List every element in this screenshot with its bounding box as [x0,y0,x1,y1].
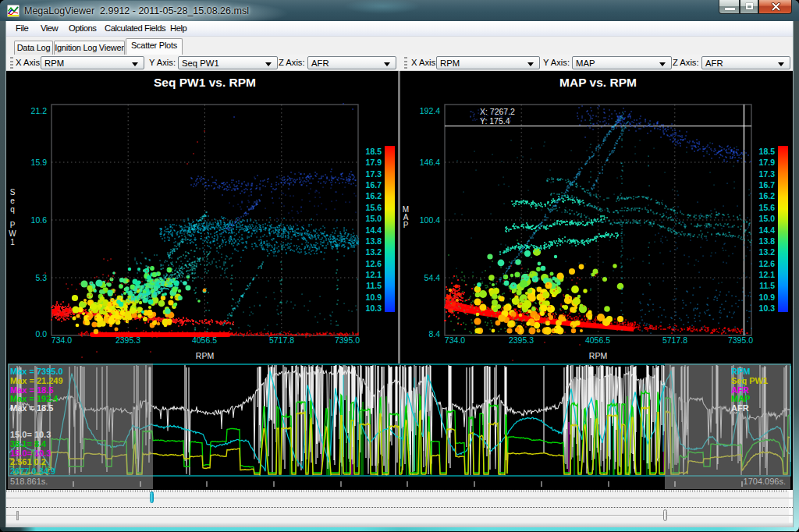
svg-text:Seq PW1: Seq PW1 [731,376,768,385]
svg-text:Y: 175.4: Y: 175.4 [480,116,510,126]
svg-text:13.2: 13.2 [366,247,382,257]
svg-text:15.0= 10.3: 15.0= 10.3 [10,430,51,439]
svg-text:11.5: 11.5 [759,281,775,290]
svg-text:Max = 18.5: Max = 18.5 [10,403,53,413]
svg-text:12.1: 12.1 [366,270,382,279]
svg-text:15.0: 15.0 [366,214,382,223]
svg-text:MAP: MAP [731,394,750,403]
svg-text:100.4: 100.4 [420,215,440,225]
svg-text:16.2: 16.2 [759,191,776,200]
svg-text:17.3: 17.3 [759,169,776,179]
svg-text:S: S [10,188,16,197]
svg-text:7395.0: 7395.0 [335,335,360,345]
svg-text:10.6: 10.6 [31,215,48,225]
svg-text:10.9: 10.9 [759,293,776,302]
svg-text:54.4: 54.4 [424,273,441,282]
svg-text:P: P [403,221,409,229]
svg-text:17.9: 17.9 [759,158,776,167]
svg-text:0.0: 0.0 [35,329,47,339]
svg-text:15.9: 15.9 [31,158,48,167]
svg-text:2395.3: 2395.3 [509,335,534,345]
svg-text:15.0: 15.0 [759,214,776,223]
svg-text:11.5: 11.5 [366,281,382,290]
svg-text:RPM: RPM [196,351,214,360]
svg-text:AFR: AFR [731,403,749,413]
svg-text:RPM: RPM [731,367,750,376]
svg-text:21.2: 21.2 [31,106,48,115]
svg-text:2677.0 34.9: 2677.0 34.9 [10,466,55,476]
svg-text:e: e [10,197,15,205]
svg-text:P: P [10,221,16,229]
svg-text:38.1= 8.4: 38.1= 8.4 [10,439,47,449]
svg-text:734.0: 734.0 [445,335,465,345]
svg-text:Max = 21.249: Max = 21.249 [10,376,63,385]
svg-text:14.4: 14.4 [759,225,776,235]
svg-text:5.3: 5.3 [35,273,47,282]
svg-text:518.861s.: 518.861s. [10,477,48,486]
svg-text:10.3: 10.3 [366,303,382,313]
svg-text:q: q [10,205,15,214]
svg-text:1704.096s.: 1704.096s. [744,477,786,486]
svg-text:4056.5: 4056.5 [585,335,610,345]
svg-text:10.9: 10.9 [366,293,382,302]
svg-text:14.4: 14.4 [366,225,382,235]
svg-text:7395.0: 7395.0 [728,335,753,345]
svg-text:18.5: 18.5 [366,147,382,156]
svg-text:10.3: 10.3 [759,303,776,313]
svg-text:16.2: 16.2 [366,191,382,200]
svg-text:W: W [9,229,16,238]
svg-text:146.4: 146.4 [420,158,440,167]
svg-text:15.6: 15.6 [759,203,776,212]
svg-text:17.3: 17.3 [366,169,382,179]
svg-text:RPM: RPM [589,351,607,360]
svg-text:2.561 0.2: 2.561 0.2 [10,457,46,466]
svg-text:5717.8: 5717.8 [662,335,687,345]
svg-text:MAP vs. RPM: MAP vs. RPM [559,76,637,89]
svg-text:Max = 7395.0: Max = 7395.0 [10,367,63,376]
svg-text:X: 7267.2: X: 7267.2 [480,107,515,116]
svg-text:13.8: 13.8 [759,236,776,246]
svg-text:12.6: 12.6 [759,259,776,268]
svg-text:Max = 192.4: Max = 192.4 [10,394,59,403]
svg-text:17.9: 17.9 [366,158,382,167]
svg-text:13.8: 13.8 [366,236,382,246]
svg-text:18.5: 18.5 [759,147,776,156]
svg-text:16.7: 16.7 [759,180,776,190]
svg-text:16.7: 16.7 [366,180,382,190]
svg-text:8.4: 8.4 [428,329,440,339]
svg-text:15.6: 15.6 [366,203,382,212]
svg-text:12.1: 12.1 [759,270,776,279]
svg-text:192.4: 192.4 [420,106,440,115]
svg-text:5717.8: 5717.8 [269,335,294,345]
svg-text:Seq PW1 vs. RPM: Seq PW1 vs. RPM [154,76,256,89]
svg-text:13.2: 13.2 [759,247,776,257]
svg-text:1: 1 [10,238,15,246]
svg-text:734.0: 734.0 [51,335,72,345]
svg-text:12.6: 12.6 [366,259,382,268]
